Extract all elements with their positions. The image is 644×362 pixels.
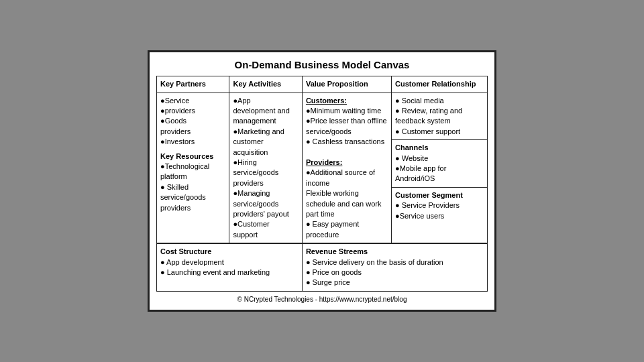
right-column-cell: ● Social media ● Review, rating and feed…: [392, 93, 488, 243]
col-key-activities-header: Key Activities: [229, 76, 302, 93]
footer-text-plain: © NCrypted Technologies: [237, 296, 315, 303]
channels-title: Channels: [395, 143, 429, 152]
customer-relationship-title: Customer Relationship: [395, 80, 476, 88]
main-content-row: ●Service●providers●Goodsproviders●Invest…: [157, 93, 488, 243]
col-value-proposition-header: Value Proposition: [302, 76, 391, 93]
key-partners-title: Key Partners: [160, 80, 206, 88]
bottom-row: Cost Structure ● App development ● Launc…: [157, 243, 488, 291]
vp-providers-label: Providers:: [306, 158, 342, 166]
revenue-cell: Revenue Streems ● Service delivery on th…: [302, 243, 487, 291]
footer-link: - https://www.ncrypted.net/blog: [315, 296, 407, 303]
customer-relationship-content: ● Social media ● Review, rating and feed…: [392, 93, 487, 141]
col-customer-relationship-header: Customer Relationship: [392, 76, 488, 93]
key-partners-content: ●Service●providers●Goodsproviders●Invest…: [160, 96, 225, 147]
customer-segment-section: Customer Segment ● Service Providers ●Se…: [392, 188, 487, 224]
cost-structure-cell: Cost Structure ● App development ● Launc…: [157, 243, 303, 291]
page-title: On-Demand Business Model Canvas: [156, 59, 488, 70]
customer-segment-title: Customer Segment: [395, 191, 463, 199]
cost-structure-title: Cost Structure: [160, 247, 211, 255]
canvas-table: Key Partners Key Activities Value Propos…: [156, 76, 488, 291]
key-activities-cell: ●Appdevelopment andmanagement●Marketing …: [229, 93, 302, 243]
vp-customers-label: Customers:: [306, 97, 347, 105]
revenue-title: Revenue Streems: [306, 247, 368, 255]
channels-section: Channels ● Website ●Mobile app for Andro…: [392, 140, 487, 188]
key-partners-cell: ●Service●providers●Goodsproviders●Invest…: [157, 93, 229, 243]
key-resources-title: Key Resources: [160, 152, 214, 160]
value-proposition-cell: Customers: ●Minimum waiting time ●Price …: [302, 93, 391, 243]
footer: © NCrypted Technologies - https://www.nc…: [156, 296, 488, 303]
value-proposition-title: Value Proposition: [306, 80, 368, 88]
key-resources-section: Key Resources ●Technologicalplatform● Sk…: [160, 152, 225, 213]
col-key-partners-header: Key Partners: [157, 76, 229, 93]
canvas-container: On-Demand Business Model Canvas Key Part…: [148, 50, 496, 311]
key-activities-title: Key Activities: [233, 80, 281, 88]
header-row: Key Partners Key Activities Value Propos…: [157, 76, 488, 93]
